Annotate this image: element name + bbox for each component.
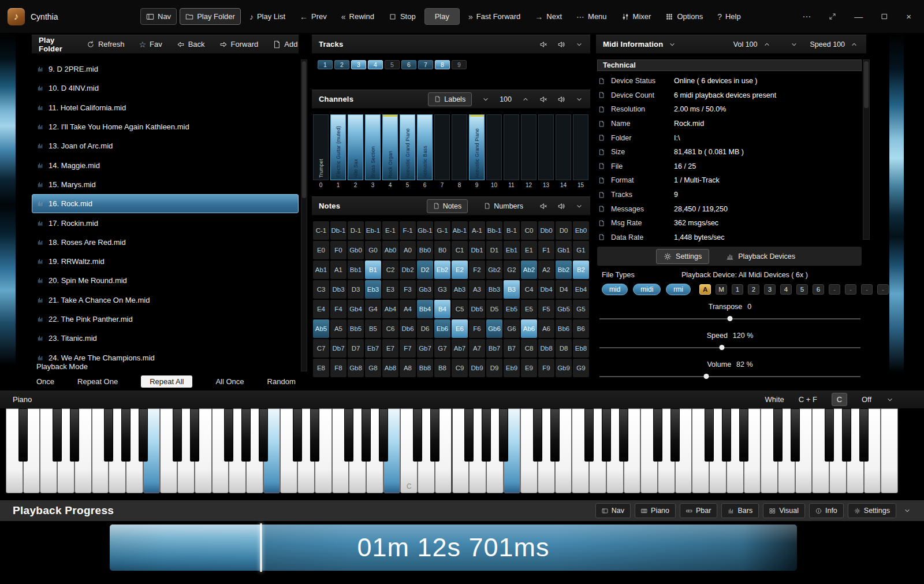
piano-black-key-after-G3[interactable] [362, 408, 371, 462]
channel-strip-7[interactable] [434, 114, 450, 180]
note-cell-Eb5[interactable]: Eb5 [504, 300, 520, 318]
piano-black-key-after-C6[interactable] [653, 408, 662, 462]
note-cell-Eb9[interactable]: Eb9 [504, 359, 520, 377]
progress-visual-button[interactable]: Visual [763, 503, 805, 518]
playback-mode-once[interactable]: Once [36, 377, 54, 386]
note-cell-B8[interactable]: B8 [434, 359, 450, 377]
piano-black-key-after-D5[interactable] [550, 408, 560, 462]
note-cell-Gb2[interactable]: Gb2 [486, 261, 502, 279]
piano-black-key-after-A3[interactable] [379, 408, 388, 462]
titlebar-button-prev[interactable]: ←Prev [294, 8, 333, 25]
note-cell-F7[interactable]: F7 [400, 339, 416, 358]
piano-black-key-after-F5[interactable] [584, 408, 594, 462]
note-cell-Bb1[interactable]: Bb1 [348, 261, 364, 279]
piano-black-key-after-G6[interactable] [722, 408, 731, 462]
note-cell-E2[interactable]: E2 [452, 261, 468, 279]
notes-speaker-icon[interactable] [557, 202, 565, 210]
file-item[interactable]: 11. Hotel California.mid [32, 98, 299, 117]
file-item[interactable]: 10. D 4INV.mid [32, 79, 299, 98]
file-item[interactable]: 14. Maggie.mid [32, 155, 299, 174]
note-cell-Db5[interactable]: Db5 [469, 300, 485, 318]
file-type-rmi[interactable]: rmi [666, 284, 691, 295]
note-cell-E6[interactable]: E6 [452, 319, 468, 338]
note-cell-B6[interactable]: B6 [573, 319, 589, 338]
channel-strip-2[interactable]: Alto Sax [348, 114, 363, 180]
note-cell-E9[interactable]: E9 [521, 359, 537, 377]
note-cell-Db8[interactable]: Db8 [538, 339, 554, 358]
note-cell-Ab1[interactable]: Ab1 [313, 261, 329, 279]
note-cell-C0[interactable]: C0 [521, 221, 537, 240]
note-cell-Eb4[interactable]: Eb4 [573, 280, 589, 299]
note-cell-Ab-1[interactable]: Ab-1 [452, 221, 468, 240]
device-slot-5[interactable]: 5 [796, 284, 808, 295]
note-cell-C4[interactable]: C4 [521, 280, 537, 299]
note-cell-F4[interactable]: F4 [330, 300, 346, 318]
piano-white-mode[interactable]: White [765, 395, 784, 404]
slider-thumb-transpose[interactable] [728, 316, 733, 321]
note-cell-F2[interactable]: F2 [469, 261, 485, 279]
piano-black-key-after-A7[interactable] [859, 408, 869, 462]
piano-black-key-after-C4[interactable] [413, 408, 422, 462]
piano-black-key-after-F6[interactable] [705, 408, 714, 462]
note-cell-B2[interactable]: B2 [573, 261, 589, 279]
titlebar-button-nav[interactable]: Nav [140, 8, 177, 25]
channel-strip-5[interactable]: Acoustic Grand Piano [400, 114, 415, 180]
piano-black-key-after-C3[interactable] [293, 408, 302, 462]
note-cell-Eb6[interactable]: Eb6 [434, 319, 450, 338]
note-cell-Eb7[interactable]: Eb7 [365, 339, 381, 358]
note-cell-G-1[interactable]: G-1 [434, 221, 450, 240]
note-cell-Ab5[interactable]: Ab5 [313, 319, 329, 338]
note-cell-Ab8[interactable]: Ab8 [382, 359, 398, 377]
window-expand-button[interactable] [829, 13, 836, 20]
note-cell-A4[interactable]: A4 [400, 300, 416, 318]
track-9[interactable]: 9 [452, 60, 467, 69]
note-cell-G2[interactable]: G2 [504, 261, 520, 279]
device-slot-2[interactable]: 2 [748, 284, 759, 295]
note-cell-B0[interactable]: B0 [434, 241, 450, 259]
piano-off-mode[interactable]: Off [862, 395, 871, 404]
channel-strip-0[interactable]: Trumpet [313, 114, 329, 180]
note-cell-E7[interactable]: E7 [382, 339, 398, 358]
device-slot-3[interactable]: 3 [764, 284, 776, 295]
file-item[interactable]: 16. Rock.mid [32, 194, 299, 213]
note-cell-G9[interactable]: G9 [573, 359, 589, 377]
file-item[interactable]: 9. D 2PRE.mid [32, 59, 299, 79]
note-cell-C9[interactable]: C9 [452, 359, 468, 377]
note-cell-A8[interactable]: A8 [400, 359, 416, 377]
channel-strip-15[interactable] [573, 114, 588, 180]
playback-devices-button[interactable]: Playback Devices [718, 249, 803, 264]
note-cell-Bb6[interactable]: Bb6 [556, 319, 572, 338]
note-cell-Eb3[interactable]: Eb3 [365, 280, 381, 299]
window-more-button[interactable]: ⋯ [802, 12, 811, 21]
channels-volume-up-icon[interactable] [521, 95, 530, 103]
note-cell-E5[interactable]: E5 [521, 300, 537, 318]
folder-toolbar-refresh[interactable]: Refresh [87, 40, 125, 49]
note-cell-Bb2[interactable]: Bb2 [556, 261, 572, 279]
note-cell-Ab3[interactable]: Ab3 [452, 280, 468, 299]
note-cell-G3[interactable]: G3 [434, 280, 450, 299]
note-cell-A5[interactable]: A5 [330, 319, 346, 338]
file-item[interactable]: 22. The Pink Panther.mid [32, 310, 299, 329]
note-cell-E4[interactable]: E4 [313, 300, 329, 318]
settings-button[interactable]: Settings [656, 249, 709, 264]
note-cell-Gb4[interactable]: Gb4 [348, 300, 364, 318]
labels-button[interactable]: Labels [428, 92, 472, 106]
piano-black-key-after-A1[interactable] [139, 408, 148, 462]
piano-black-key-after-A2[interactable] [259, 408, 268, 462]
note-cell-Eb8[interactable]: Eb8 [573, 339, 589, 358]
progress-dropdown-icon[interactable] [903, 507, 911, 515]
info-scrollbar[interactable] [863, 59, 870, 240]
note-cell-Ab0[interactable]: Ab0 [382, 241, 398, 259]
channel-strip-4[interactable]: Rock Organ [382, 114, 398, 180]
note-cell-Ab4[interactable]: Ab4 [382, 300, 398, 318]
note-cell-Bb-1[interactable]: Bb-1 [486, 221, 502, 240]
tracks-dropdown-icon[interactable] [575, 40, 583, 49]
note-cell-C6[interactable]: C6 [382, 319, 398, 338]
slider-track-speed[interactable] [599, 347, 860, 348]
note-cell-E3[interactable]: E3 [382, 280, 398, 299]
channel-strip-14[interactable] [556, 114, 571, 180]
numbers-button[interactable]: Numbers [478, 199, 530, 213]
note-cell-B-1[interactable]: B-1 [504, 221, 520, 240]
channel-strip-12[interactable] [521, 114, 536, 180]
piano-black-key-after-A4[interactable] [499, 408, 508, 462]
